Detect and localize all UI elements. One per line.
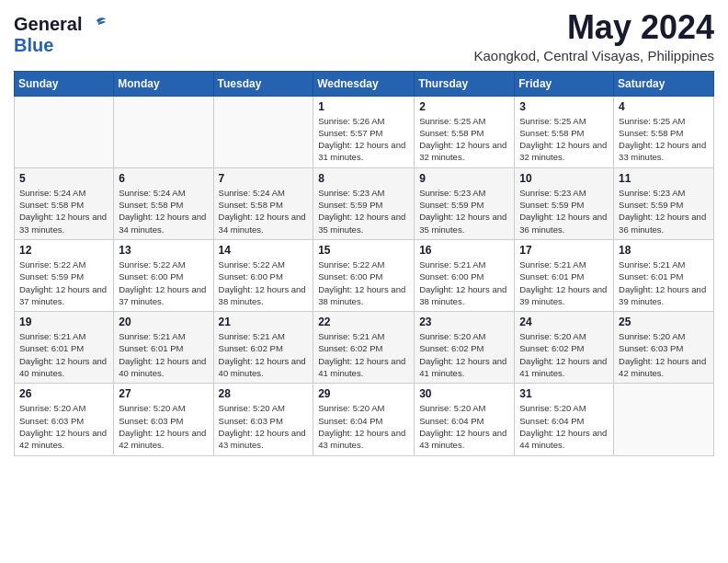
- calendar-cell: 4Sunrise: 5:25 AMSunset: 5:58 PMDaylight…: [614, 96, 714, 167]
- day-info: Sunrise: 5:25 AMSunset: 5:58 PMDaylight:…: [419, 115, 509, 164]
- calendar-cell: 27Sunrise: 5:20 AMSunset: 6:03 PMDayligh…: [114, 384, 213, 455]
- day-number: 29: [318, 387, 409, 400]
- calendar-cell: 25Sunrise: 5:20 AMSunset: 6:03 PMDayligh…: [614, 312, 714, 384]
- calendar-cell: 14Sunrise: 5:22 AMSunset: 6:00 PMDayligh…: [213, 239, 313, 311]
- calendar-cell: [114, 96, 213, 167]
- calendar-cell: 15Sunrise: 5:22 AMSunset: 6:00 PMDayligh…: [313, 239, 415, 311]
- day-info: Sunrise: 5:23 AMSunset: 5:59 PMDaylight:…: [419, 187, 509, 236]
- day-number: 3: [519, 100, 609, 113]
- day-info: Sunrise: 5:23 AMSunset: 5:59 PMDaylight:…: [519, 187, 609, 236]
- day-number: 21: [219, 316, 309, 328]
- day-info: Sunrise: 5:21 AMSunset: 6:01 PMDaylight:…: [19, 330, 108, 379]
- day-number: 1: [318, 100, 409, 113]
- day-info: Sunrise: 5:20 AMSunset: 6:02 PMDaylight:…: [419, 330, 509, 379]
- calendar-cell: 29Sunrise: 5:20 AMSunset: 6:04 PMDayligh…: [313, 384, 415, 455]
- day-info: Sunrise: 5:21 AMSunset: 6:02 PMDaylight:…: [219, 330, 309, 379]
- calendar-cell: 26Sunrise: 5:20 AMSunset: 6:03 PMDayligh…: [15, 384, 114, 455]
- day-number: 17: [519, 244, 609, 257]
- header-wednesday: Wednesday: [313, 71, 415, 96]
- day-number: 30: [419, 387, 509, 400]
- header-sunday: Sunday: [15, 71, 114, 96]
- calendar-cell: 10Sunrise: 5:23 AMSunset: 5:59 PMDayligh…: [515, 167, 614, 239]
- week-row-2: 5Sunrise: 5:24 AMSunset: 5:58 PMDaylight…: [15, 167, 714, 239]
- day-info: Sunrise: 5:20 AMSunset: 6:03 PMDaylight:…: [619, 330, 709, 379]
- calendar-cell: 22Sunrise: 5:21 AMSunset: 6:02 PMDayligh…: [313, 312, 415, 384]
- week-row-3: 12Sunrise: 5:22 AMSunset: 5:59 PMDayligh…: [15, 239, 714, 311]
- day-number: 14: [219, 244, 309, 257]
- day-info: Sunrise: 5:20 AMSunset: 6:02 PMDaylight:…: [519, 330, 609, 379]
- day-info: Sunrise: 5:22 AMSunset: 6:00 PMDaylight:…: [219, 259, 309, 307]
- location-title: Kaongkod, Central Visayas, Philippines: [473, 48, 714, 63]
- day-number: 12: [19, 244, 108, 257]
- day-info: Sunrise: 5:26 AMSunset: 5:57 PMDaylight:…: [318, 115, 409, 164]
- header-saturday: Saturday: [614, 71, 714, 96]
- day-number: 19: [19, 316, 108, 328]
- day-number: 2: [419, 100, 509, 113]
- header-thursday: Thursday: [415, 71, 515, 96]
- day-number: 16: [419, 244, 509, 257]
- day-number: 28: [219, 387, 309, 400]
- day-number: 10: [519, 172, 609, 185]
- calendar-cell: 24Sunrise: 5:20 AMSunset: 6:02 PMDayligh…: [515, 312, 614, 384]
- calendar-cell: 20Sunrise: 5:21 AMSunset: 6:01 PMDayligh…: [114, 312, 213, 384]
- day-info: Sunrise: 5:22 AMSunset: 6:00 PMDaylight:…: [318, 259, 409, 307]
- calendar-cell: 3Sunrise: 5:25 AMSunset: 5:58 PMDaylight…: [515, 96, 614, 167]
- day-number: 15: [318, 244, 409, 257]
- calendar-cell: 1Sunrise: 5:26 AMSunset: 5:57 PMDaylight…: [313, 96, 415, 167]
- day-number: 26: [19, 387, 108, 400]
- calendar-cell: 2Sunrise: 5:25 AMSunset: 5:58 PMDaylight…: [415, 96, 515, 167]
- day-number: 27: [119, 387, 208, 400]
- day-info: Sunrise: 5:20 AMSunset: 6:03 PMDaylight:…: [19, 402, 108, 451]
- day-info: Sunrise: 5:24 AMSunset: 5:58 PMDaylight:…: [119, 187, 208, 236]
- calendar-cell: 8Sunrise: 5:23 AMSunset: 5:59 PMDaylight…: [313, 167, 415, 239]
- day-info: Sunrise: 5:25 AMSunset: 5:58 PMDaylight:…: [519, 115, 609, 164]
- calendar-cell: 11Sunrise: 5:23 AMSunset: 5:59 PMDayligh…: [614, 167, 714, 239]
- day-number: 11: [619, 172, 709, 185]
- day-number: 8: [318, 172, 409, 185]
- calendar-cell: 19Sunrise: 5:21 AMSunset: 6:01 PMDayligh…: [15, 312, 114, 384]
- calendar-table: SundayMondayTuesdayWednesdayThursdayFrid…: [14, 71, 714, 456]
- week-row-5: 26Sunrise: 5:20 AMSunset: 6:03 PMDayligh…: [15, 384, 714, 455]
- day-number: 6: [119, 172, 208, 185]
- day-info: Sunrise: 5:21 AMSunset: 6:01 PMDaylight:…: [519, 259, 609, 307]
- day-info: Sunrise: 5:24 AMSunset: 5:58 PMDaylight:…: [19, 187, 108, 236]
- day-info: Sunrise: 5:21 AMSunset: 6:01 PMDaylight:…: [619, 259, 709, 307]
- week-row-1: 1Sunrise: 5:26 AMSunset: 5:57 PMDaylight…: [15, 96, 714, 167]
- month-title: May 2024: [473, 9, 714, 46]
- calendar-cell: 17Sunrise: 5:21 AMSunset: 6:01 PMDayligh…: [515, 239, 614, 311]
- logo: General Blue: [14, 14, 108, 56]
- day-info: Sunrise: 5:21 AMSunset: 6:01 PMDaylight:…: [119, 330, 208, 379]
- day-info: Sunrise: 5:21 AMSunset: 6:02 PMDaylight:…: [318, 330, 409, 379]
- logo-bird-icon: [85, 17, 108, 33]
- day-info: Sunrise: 5:20 AMSunset: 6:04 PMDaylight:…: [519, 402, 609, 451]
- calendar-cell: 23Sunrise: 5:20 AMSunset: 6:02 PMDayligh…: [415, 312, 515, 384]
- day-number: 23: [419, 316, 509, 328]
- day-number: 18: [619, 244, 709, 257]
- calendar-cell: 30Sunrise: 5:20 AMSunset: 6:04 PMDayligh…: [415, 384, 515, 455]
- logo-blue-text: Blue: [14, 35, 53, 55]
- day-number: 25: [619, 316, 709, 328]
- day-number: 5: [19, 172, 108, 185]
- calendar-cell: 31Sunrise: 5:20 AMSunset: 6:04 PMDayligh…: [515, 384, 614, 455]
- day-info: Sunrise: 5:20 AMSunset: 6:03 PMDaylight:…: [119, 402, 208, 451]
- day-info: Sunrise: 5:20 AMSunset: 6:04 PMDaylight:…: [318, 402, 409, 451]
- logo-general-text: General: [14, 14, 82, 35]
- calendar-cell: 12Sunrise: 5:22 AMSunset: 5:59 PMDayligh…: [15, 239, 114, 311]
- day-number: 24: [519, 316, 609, 328]
- calendar-cell: 16Sunrise: 5:21 AMSunset: 6:00 PMDayligh…: [415, 239, 515, 311]
- calendar-cell: 5Sunrise: 5:24 AMSunset: 5:58 PMDaylight…: [15, 167, 114, 239]
- day-number: 9: [419, 172, 509, 185]
- day-number: 13: [119, 244, 208, 257]
- day-info: Sunrise: 5:24 AMSunset: 5:58 PMDaylight:…: [219, 187, 309, 236]
- header-monday: Monday: [114, 71, 213, 96]
- calendar-cell: [15, 96, 114, 167]
- day-number: 20: [119, 316, 208, 328]
- day-info: Sunrise: 5:22 AMSunset: 5:59 PMDaylight:…: [19, 259, 108, 307]
- day-info: Sunrise: 5:20 AMSunset: 6:03 PMDaylight:…: [219, 402, 309, 451]
- calendar-cell: 28Sunrise: 5:20 AMSunset: 6:03 PMDayligh…: [213, 384, 313, 455]
- title-area: May 2024 Kaongkod, Central Visayas, Phil…: [473, 9, 714, 63]
- header-tuesday: Tuesday: [213, 71, 313, 96]
- calendar-cell: 6Sunrise: 5:24 AMSunset: 5:58 PMDaylight…: [114, 167, 213, 239]
- day-info: Sunrise: 5:22 AMSunset: 6:00 PMDaylight:…: [119, 259, 208, 307]
- calendar-cell: 13Sunrise: 5:22 AMSunset: 6:00 PMDayligh…: [114, 239, 213, 311]
